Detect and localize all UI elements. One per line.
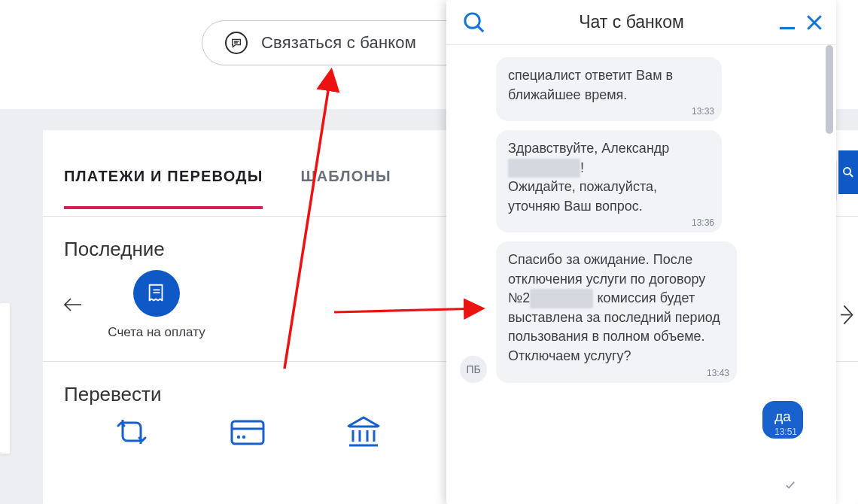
transfer-card-icon[interactable] xyxy=(224,411,272,453)
msg-bank-2-time: 13:36 xyxy=(692,217,714,229)
msg-bank-2-line1: Здравствуйте, Александр xyxy=(508,141,669,156)
receipt-icon xyxy=(133,270,180,317)
svg-point-4 xyxy=(465,13,479,27)
msg-bank-2-line2: Ожидайте, пожалуйста, уточняю Ваш вопрос… xyxy=(508,179,657,214)
svg-point-3 xyxy=(844,168,850,175)
sent-check-icon xyxy=(785,480,796,490)
chat-search-icon[interactable] xyxy=(461,10,487,35)
tile-invoices-label: Счета на оплату xyxy=(108,324,205,340)
msg-bank-1: специалист ответит Вам в ближайшее время… xyxy=(446,53,823,126)
chat-scrollbar-thumb[interactable] xyxy=(826,45,833,134)
chat-window: Чат с банком специалист ответит Вам в бл… xyxy=(446,0,836,504)
chat-header: Чат с банком xyxy=(446,0,836,45)
tab-payments[interactable]: ПЛАТЕЖИ И ПЕРЕВОДЫ xyxy=(64,168,263,209)
msg-bank-3-time: 13:43 xyxy=(707,367,729,380)
msg-bank-1-text: специалист ответит Вам в ближайшее время… xyxy=(508,68,673,102)
msg-user-1-time: 13:51 xyxy=(774,427,797,437)
svg-point-1 xyxy=(237,436,240,439)
msg-user-1: да 13:51 xyxy=(446,387,823,448)
transfer-between-accounts-icon[interactable] xyxy=(108,411,156,453)
msg-user-1-text: да xyxy=(774,408,791,424)
chat-body: специалист ответит Вам в ближайшее время… xyxy=(446,45,836,504)
chat-title: Чат с банком xyxy=(487,12,776,32)
forward-caret[interactable] xyxy=(841,303,857,326)
bank-avatar: ПБ xyxy=(460,356,487,383)
right-search-button[interactable] xyxy=(838,150,858,194)
msg-bank-3: ПБ Спасибо за ожидание. После отключения… xyxy=(446,237,823,387)
recent-prev-arrow[interactable] xyxy=(58,290,88,320)
redacted-contract: XXXXXXX xyxy=(530,289,593,308)
chat-close-button[interactable] xyxy=(803,11,826,34)
transfer-bank-icon[interactable] xyxy=(339,411,388,453)
chat-minimize-button[interactable] xyxy=(776,11,799,34)
peek-card-left xyxy=(0,303,10,454)
msg-bank-2: Здравствуйте, Александр XXXXXXXX! Ожидай… xyxy=(446,126,823,237)
msg-bank-1-time: 13:33 xyxy=(692,105,714,118)
tab-templates[interactable]: ШАБЛОНЫ xyxy=(300,168,391,209)
contact-bank-label: Связаться с банком xyxy=(261,33,416,53)
svg-rect-0 xyxy=(232,421,263,444)
tile-invoices[interactable]: Счета на оплату xyxy=(108,270,205,340)
redacted-name: XXXXXXXX xyxy=(508,159,580,178)
chat-icon xyxy=(225,32,248,54)
chat-scrollbar[interactable] xyxy=(825,45,834,504)
svg-point-2 xyxy=(242,436,245,439)
